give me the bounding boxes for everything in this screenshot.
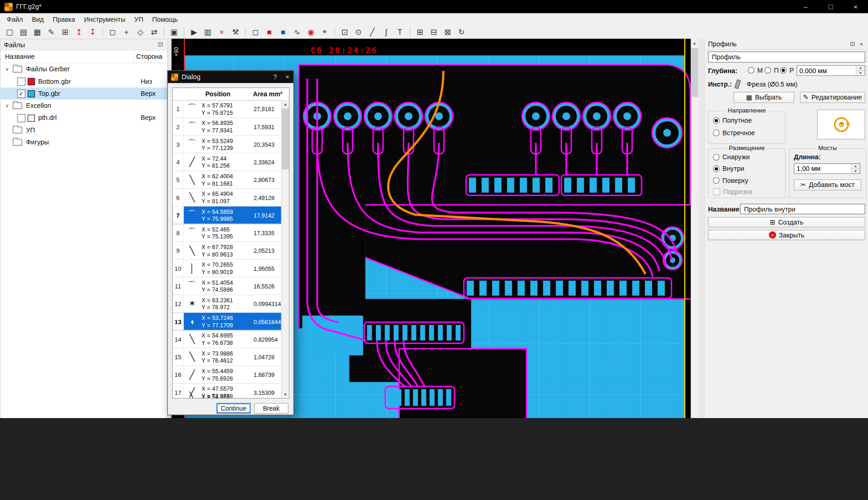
table-view-button[interactable]: ▥ [201, 25, 214, 38]
tree-item-up[interactable]: УП [0, 124, 167, 136]
layer-checkbox[interactable] [17, 77, 25, 86]
copy-file-button[interactable]: ⊞ [59, 25, 72, 38]
table-row[interactable]: 8 ⌒ X = 52.465 Y = 75.1395 17,3335 [173, 224, 282, 242]
spin-up-icon[interactable]: ▲ [851, 164, 860, 169]
mirror-tool-button[interactable]: ⇄ [148, 25, 161, 38]
depth-radio-m[interactable]: М [748, 66, 762, 74]
table-row[interactable]: 15 ╲ X = 73.9886 Y = 76.4612 1,04728 [173, 348, 282, 366]
text-tool-button[interactable]: T [393, 25, 406, 38]
select-tool-button[interactable]: ▦ Выбрать [733, 92, 794, 103]
depth-value-input[interactable] [797, 66, 856, 75]
table-scroll-thumb[interactable] [282, 108, 289, 169]
spin-down-icon[interactable]: ▼ [851, 169, 860, 174]
table-row[interactable]: 3 ⌒ X = 53.5249 Y = 77.1239 20,3543 [173, 136, 282, 153]
blue-layer-button[interactable]: ■ [277, 25, 290, 38]
delete-button[interactable]: × [215, 25, 228, 38]
select-tool-button[interactable]: ◻ [106, 25, 119, 38]
move-tool-button[interactable]: + [120, 25, 133, 38]
table-row[interactable]: 4 ╱ X = 72.44 Y = 81.256 2,33624 [173, 153, 282, 171]
group-button[interactable]: ⊞ [413, 25, 426, 38]
layer-checkbox[interactable] [17, 89, 25, 98]
curve-edit-button[interactable]: ∿ [291, 25, 304, 38]
export-gerber-button[interactable]: ↧ [87, 25, 100, 38]
direction-radio-climb[interactable]: Попутное [713, 117, 752, 125]
table-row[interactable]: 6 ╲ X = 65.4904 Y = 81.097 2,49128 [173, 189, 282, 206]
tree-item-bottom-gbr[interactable]: Bottom.gbr Низ [0, 75, 167, 88]
table-row[interactable]: 13 ◖ X = 53.7246 Y = 77.1709 0,0561844 [173, 313, 282, 331]
table-row-partial[interactable]: ╲ X = 54.861 [173, 391, 282, 398]
dock-icon[interactable]: ⊡ [156, 41, 165, 48]
dialog-title-bar[interactable]: Dialog ? × [168, 71, 293, 83]
point-tool-button[interactable]: ⊡ [338, 25, 351, 38]
dialog-close-button[interactable]: × [281, 73, 293, 81]
line-tool-button[interactable]: ╱ [366, 25, 379, 38]
save-file-button[interactable]: ▦ [31, 25, 44, 38]
add-bridge-button[interactable]: ✂ Добавить мост [794, 179, 862, 190]
scroll-down-icon[interactable]: ▼ [282, 390, 289, 398]
layer-checkbox[interactable] [17, 114, 25, 122]
column-name[interactable]: Название [0, 53, 133, 61]
scroll-up-icon[interactable]: ▲ [691, 39, 698, 47]
table-row[interactable]: 7 ⌒ X = 54.5859 Y = 75.9985 17,9142 [173, 206, 282, 224]
column-side[interactable]: Сторона [133, 53, 167, 61]
profile-name-field[interactable]: Профиль внутри [740, 204, 865, 214]
table-row[interactable]: 9 ╲ X = 67.7928 Y = 80.9613 2,05213 [173, 242, 282, 260]
import-gerber-button[interactable]: ↥ [73, 25, 86, 38]
chevron-down-icon[interactable]: ∨ [4, 103, 10, 108]
tree-item-pth-drl[interactable]: pth.drl Верх [0, 112, 167, 124]
table-row[interactable]: 2 ⌒ X = 56.8935 Y = 77.9341 17,5931 [173, 118, 282, 136]
depth-radio-p[interactable]: П [764, 66, 779, 74]
merge-tool-button[interactable]: ▣ [168, 25, 181, 38]
spin-down-icon[interactable]: ▼ [856, 71, 865, 75]
scroll-up-icon[interactable]: ▲ [282, 100, 289, 108]
dialog-window[interactable]: Dialog ? × Position Area mm² 1 ⌒ X = 57.… [167, 70, 294, 415]
table-row[interactable]: 16 ╱ X = 55.4459 Y = 75.6928 1,68739 [173, 366, 282, 383]
placement-radio-on-top[interactable]: Поверху [713, 176, 748, 184]
edit-tool-button[interactable]: ✎ Редактирование [800, 92, 865, 103]
rotate-button[interactable]: ↻ [455, 25, 468, 38]
dock-icon[interactable]: ⊡ [848, 40, 857, 48]
menu-tools[interactable]: Инструменты [80, 15, 130, 23]
open-file-button[interactable]: ▤ [17, 25, 30, 38]
depth-spinner[interactable]: ▲▼ [797, 65, 865, 76]
close-button[interactable]: × [843, 0, 868, 13]
dialog-help-button[interactable]: ? [269, 73, 281, 81]
origin-tool-button[interactable]: ⌖ [318, 25, 331, 38]
vertical-scroll-thumb[interactable] [691, 48, 698, 97]
menu-file[interactable]: Файл [2, 15, 27, 23]
snap-center-button[interactable]: ◉ [305, 25, 318, 38]
continue-button[interactable]: Continue [217, 403, 251, 414]
edit-file-button[interactable]: ✎ [45, 25, 58, 38]
menu-view[interactable]: Вид [27, 15, 48, 23]
spline-tool-button[interactable]: ʃ [380, 25, 393, 38]
table-row[interactable]: 1 ⌒ X = 57.6791 Y = 75.8715 27,9181 [173, 100, 282, 118]
trim-checkbox[interactable]: Подрезка [713, 188, 752, 195]
placement-radio-outside[interactable]: Снаружи [713, 153, 749, 161]
table-row[interactable]: 12 ✶ X = 63.2361 Y = 78.972 0,0994314 [173, 295, 282, 312]
spin-up-icon[interactable]: ▲ [856, 66, 865, 71]
tree-item-top-gbr[interactable]: Top.gbr Верх [0, 88, 167, 100]
menu-edit[interactable]: Правка [48, 15, 80, 23]
direction-radio-conventional[interactable]: Встречное [713, 129, 755, 137]
table-row[interactable]: 5 ╲ X = 62.4004 Y = 81.1681 2,80673 [173, 171, 282, 188]
clone-button[interactable]: ⊠ [441, 25, 454, 38]
maximize-button[interactable]: □ [818, 0, 843, 13]
depth-radio-r[interactable]: Р [780, 66, 794, 74]
create-button[interactable]: ⊞ Создать [708, 217, 865, 228]
bridge-length-input[interactable] [794, 164, 851, 173]
close-profile-button[interactable]: × Закрыть [708, 230, 865, 240]
scale-tool-button[interactable]: ◇ [134, 25, 147, 38]
drill-tool-button[interactable]: ⚒ [229, 25, 242, 38]
table-row[interactable]: 11 ⌒ X = 51.4054 Y = 74.5886 16,5526 [173, 277, 282, 295]
vertical-scrollbar[interactable]: ▲ ▼ [691, 39, 698, 418]
table-row[interactable]: 14 ╲ X = 54.6995 Y = 76.6738 0,829954 [173, 331, 282, 348]
profile-combobox[interactable]: Профиль [708, 51, 865, 62]
circle-tool-button[interactable]: ⊙ [352, 25, 365, 38]
placement-radio-inside[interactable]: Внутри [713, 165, 744, 173]
menu-up[interactable]: УП [130, 15, 148, 23]
red-layer-button[interactable]: ■ [263, 25, 276, 38]
chevron-down-icon[interactable]: ∨ [4, 66, 10, 72]
minimize-button[interactable]: – [793, 0, 818, 13]
tree-item-gerber-files[interactable]: ∨ Файлы Gerber [0, 63, 167, 75]
break-button[interactable]: Break [254, 403, 288, 414]
